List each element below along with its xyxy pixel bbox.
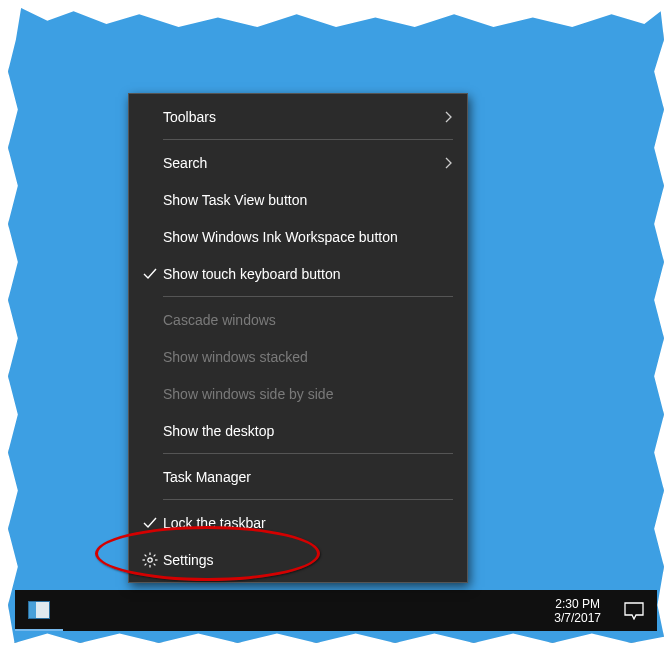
menu-item-settings[interactable]: Settings	[129, 541, 467, 578]
menu-item-show-touch-keyboard[interactable]: Show touch keyboard button	[129, 255, 467, 292]
menu-label: Show the desktop	[163, 423, 437, 439]
menu-separator	[163, 499, 453, 500]
svg-point-0	[148, 557, 152, 561]
menu-separator	[163, 453, 453, 454]
menu-label: Lock the taskbar	[163, 515, 437, 531]
menu-label: Search	[163, 155, 437, 171]
action-center-button[interactable]	[611, 590, 657, 631]
taskbar-app-button[interactable]	[15, 590, 63, 631]
menu-label: Settings	[163, 552, 437, 568]
menu-item-cascade-windows: Cascade windows	[129, 301, 467, 338]
taskbar[interactable]: 2:30 PM 3/7/2017	[15, 590, 657, 631]
menu-item-toolbars[interactable]: Toolbars	[129, 98, 467, 135]
gear-icon	[137, 552, 163, 568]
menu-item-lock-taskbar[interactable]: Lock the taskbar	[129, 504, 467, 541]
menu-label: Task Manager	[163, 469, 437, 485]
taskbar-clock[interactable]: 2:30 PM 3/7/2017	[544, 597, 611, 625]
check-icon	[137, 517, 163, 529]
menu-separator	[163, 296, 453, 297]
clock-time: 2:30 PM	[554, 597, 601, 611]
menu-item-show-task-view[interactable]: Show Task View button	[129, 181, 467, 218]
menu-label: Show windows stacked	[163, 349, 437, 365]
menu-label: Show Windows Ink Workspace button	[163, 229, 437, 245]
menu-label: Show Task View button	[163, 192, 437, 208]
menu-item-search[interactable]: Search	[129, 144, 467, 181]
menu-item-show-desktop[interactable]: Show the desktop	[129, 412, 467, 449]
check-icon	[137, 268, 163, 280]
taskbar-context-menu: Toolbars Search Show Task View button Sh…	[128, 93, 468, 583]
chevron-right-icon	[437, 111, 453, 123]
menu-label: Toolbars	[163, 109, 437, 125]
clock-date: 3/7/2017	[554, 611, 601, 625]
svg-line-6	[154, 563, 156, 565]
menu-label: Cascade windows	[163, 312, 437, 328]
menu-label: Show touch keyboard button	[163, 266, 437, 282]
menu-item-show-ink-workspace[interactable]: Show Windows Ink Workspace button	[129, 218, 467, 255]
svg-line-5	[145, 554, 147, 556]
chevron-right-icon	[437, 157, 453, 169]
svg-line-7	[154, 554, 156, 556]
svg-line-8	[145, 563, 147, 565]
menu-separator	[163, 139, 453, 140]
notifications-icon	[624, 602, 644, 620]
menu-item-show-stacked: Show windows stacked	[129, 338, 467, 375]
menu-item-task-manager[interactable]: Task Manager	[129, 458, 467, 495]
menu-label: Show windows side by side	[163, 386, 437, 402]
task-view-icon	[28, 601, 50, 619]
menu-item-side-by-side: Show windows side by side	[129, 375, 467, 412]
